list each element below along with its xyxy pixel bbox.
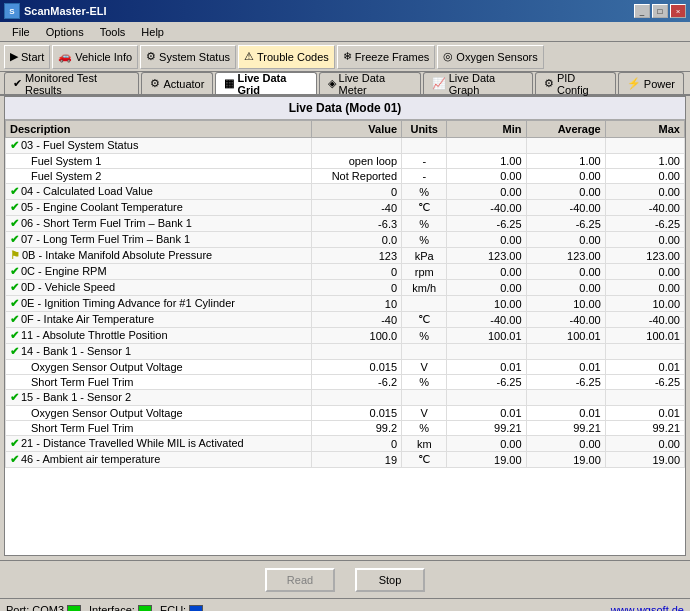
cell-value: -40	[311, 200, 402, 216]
cell-units: V	[402, 406, 447, 421]
green-check-icon: ✔	[10, 201, 19, 213]
cell-max: 0.00	[605, 280, 684, 296]
col-units[interactable]: Units	[402, 121, 447, 138]
col-max[interactable]: Max	[605, 121, 684, 138]
system-status-button[interactable]: ⚙ System Status	[140, 45, 236, 69]
green-check-icon: ✔	[10, 233, 19, 245]
tab-live-data-meter[interactable]: ◈ Live Data Meter	[319, 72, 421, 94]
maximize-button[interactable]: □	[652, 4, 668, 18]
close-button[interactable]: ×	[670, 4, 686, 18]
cell-min: 0.01	[447, 360, 526, 375]
cell-value	[311, 390, 402, 406]
green-check-icon: ✔	[10, 281, 19, 293]
cell-max: 0.00	[605, 264, 684, 280]
table-row: Oxygen Sensor Output Voltage0.015V0.010.…	[6, 360, 685, 375]
cell-value: 0.0	[311, 232, 402, 248]
cell-average	[526, 138, 605, 154]
start-button[interactable]: ▶ Start	[4, 45, 50, 69]
green-check-icon: ✔	[10, 437, 19, 449]
tab-live-data-grid[interactable]: ▦ Live Data Grid	[215, 72, 316, 94]
table-row: Fuel System 1open loop-1.001.001.00	[6, 154, 685, 169]
row-label: 15 - Bank 1 - Sensor 2	[21, 391, 131, 403]
menu-tools[interactable]: Tools	[92, 24, 134, 40]
row-label: Short Term Fuel Trim	[31, 422, 134, 434]
cell-description: ✔0F - Intake Air Temperature	[6, 312, 312, 328]
col-min[interactable]: Min	[447, 121, 526, 138]
table-row: ✔0D - Vehicle Speed0km/h0.000.000.00	[6, 280, 685, 296]
table-row: ⚑0B - Intake Manifold Absolute Pressure1…	[6, 248, 685, 264]
table-container[interactable]: Description Value Units Min Average Max …	[5, 120, 685, 550]
vehicle-icon: 🚗	[58, 50, 72, 63]
col-average[interactable]: Average	[526, 121, 605, 138]
cell-max: 0.01	[605, 360, 684, 375]
oxygen-sensors-button[interactable]: ◎ Oxygen Sensors	[437, 45, 543, 69]
row-label: 03 - Fuel System Status	[21, 139, 138, 151]
tab-icon-3: ◈	[328, 77, 336, 90]
cell-min	[447, 390, 526, 406]
row-label: 21 - Distance Travelled While MIL is Act…	[21, 437, 244, 449]
cell-description: Fuel System 2	[6, 169, 312, 184]
row-label: 07 - Long Term Fuel Trim – Bank 1	[21, 233, 190, 245]
cell-description: ✔07 - Long Term Fuel Trim – Bank 1	[6, 232, 312, 248]
app-title: ScanMaster-ELI	[24, 5, 107, 17]
tab-icon-5: ⚙	[544, 77, 554, 90]
green-check-icon: ✔	[10, 185, 19, 197]
trouble-codes-button[interactable]: ⚠ Trouble Codes	[238, 45, 335, 69]
cell-max	[605, 390, 684, 406]
website-link[interactable]: www.wgsoft.de	[611, 604, 684, 612]
freeze-icon: ❄	[343, 50, 352, 63]
cell-max: 0.00	[605, 184, 684, 200]
tab-live-data-graph[interactable]: 📈 Live Data Graph	[423, 72, 533, 94]
cell-units: km	[402, 436, 447, 452]
green-check-icon: ✔	[10, 265, 19, 277]
cell-max: 0.00	[605, 169, 684, 184]
green-check-icon: ✔	[10, 453, 19, 465]
menu-file[interactable]: File	[4, 24, 38, 40]
cell-value: 0	[311, 184, 402, 200]
cell-max: 0.00	[605, 436, 684, 452]
vehicle-info-button[interactable]: 🚗 Vehicle Info	[52, 45, 138, 69]
cell-average: -40.00	[526, 312, 605, 328]
cell-max: 19.00	[605, 452, 684, 468]
table-row: Short Term Fuel Trim99.2%99.2199.2199.21	[6, 421, 685, 436]
cell-units: %	[402, 216, 447, 232]
stop-button[interactable]: Stop	[355, 568, 425, 592]
cell-min: 10.00	[447, 296, 526, 312]
table-row: ✔14 - Bank 1 - Sensor 1	[6, 344, 685, 360]
row-label: Short Term Fuel Trim	[31, 376, 134, 388]
table-row: ✔0E - Ignition Timing Advance for #1 Cyl…	[6, 296, 685, 312]
read-button[interactable]: Read	[265, 568, 335, 592]
menu-help[interactable]: Help	[133, 24, 172, 40]
tab-icon-6: ⚡	[627, 77, 641, 90]
cell-average: -6.25	[526, 216, 605, 232]
toolbar: ▶ Start 🚗 Vehicle Info ⚙ System Status ⚠…	[0, 42, 690, 72]
cell-units: %	[402, 184, 447, 200]
yellow-check-icon: ⚑	[10, 249, 20, 261]
cell-units: ℃	[402, 452, 447, 468]
cell-description: Oxygen Sensor Output Voltage	[6, 360, 312, 375]
cell-min: 0.00	[447, 280, 526, 296]
minimize-button[interactable]: _	[634, 4, 650, 18]
port-label: Port:	[6, 604, 29, 612]
menu-options[interactable]: Options	[38, 24, 92, 40]
col-description[interactable]: Description	[6, 121, 312, 138]
col-value[interactable]: Value	[311, 121, 402, 138]
tab-pid-config[interactable]: ⚙ PID Config	[535, 72, 616, 94]
tab-monitored-test-results[interactable]: ✔ Monitored Test Results	[4, 72, 139, 94]
tab-icon-4: 📈	[432, 77, 446, 90]
tab-actuator[interactable]: ⚙ Actuator	[141, 72, 213, 94]
cell-units: rpm	[402, 264, 447, 280]
green-check-icon: ✔	[10, 217, 19, 229]
cell-average: -6.25	[526, 375, 605, 390]
row-label: 0B - Intake Manifold Absolute Pressure	[22, 249, 212, 261]
cell-min: 0.00	[447, 264, 526, 280]
title-bar-controls: _ □ ×	[634, 4, 686, 18]
cell-max: -40.00	[605, 200, 684, 216]
tab-power[interactable]: ⚡ Power	[618, 72, 684, 94]
start-icon: ▶	[10, 50, 18, 63]
freeze-frames-button[interactable]: ❄ Freeze Frames	[337, 45, 436, 69]
green-check-icon: ✔	[10, 329, 19, 341]
green-check-icon: ✔	[10, 297, 19, 309]
row-label: Fuel System 1	[31, 155, 101, 167]
cell-value: -6.2	[311, 375, 402, 390]
